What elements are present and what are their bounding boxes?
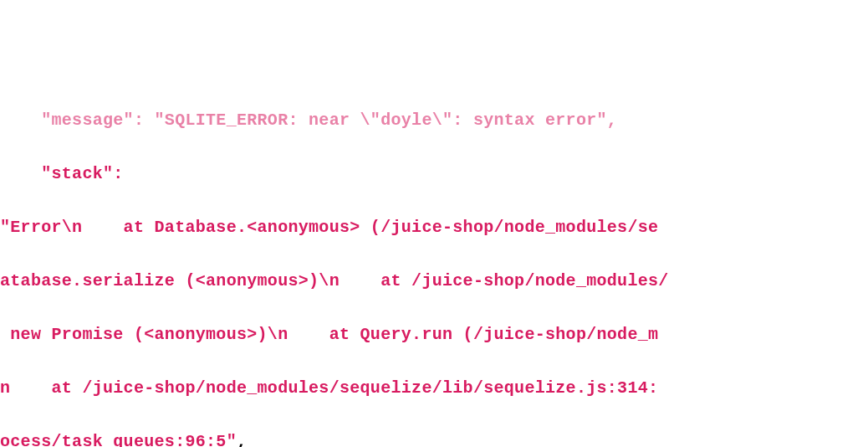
code-line-4: atabase.serialize (<anonymous>)\n at /ju… — [0, 268, 868, 295]
colon: : — [113, 164, 123, 183]
stack-trace-text: new Promise (<anonymous>)\n at Query.run… — [0, 325, 658, 344]
code-line-2: "stack": — [0, 161, 868, 188]
stack-trace-text: "Error\n at Database.<anonymous> (/juice… — [0, 218, 658, 237]
stack-trace-text: ocess/task_queues:96:5" — [0, 432, 237, 447]
code-line-5: new Promise (<anonymous>)\n at Query.run… — [0, 321, 868, 348]
stack-trace-text: n at /juice-shop/node_modules/sequelize/… — [0, 378, 658, 398]
code-block: "message": "SQLITE_ERROR: near \"doyle\"… — [0, 107, 868, 447]
code-line-7: ocess/task_queues:96:5", — [0, 429, 868, 447]
code-line-1: "message": "SQLITE_ERROR: near \"doyle\"… — [0, 107, 868, 134]
code-line-3: "Error\n at Database.<anonymous> (/juice… — [0, 214, 868, 241]
stack-trace-text: atabase.serialize (<anonymous>)\n at /ju… — [0, 271, 669, 290]
comma: , — [237, 432, 247, 447]
code-line-6: n at /juice-shop/node_modules/sequelize/… — [0, 375, 868, 402]
json-key-stack: "stack" — [41, 164, 113, 183]
json-message-line: "message": "SQLITE_ERROR: near \"doyle\"… — [0, 110, 617, 130]
